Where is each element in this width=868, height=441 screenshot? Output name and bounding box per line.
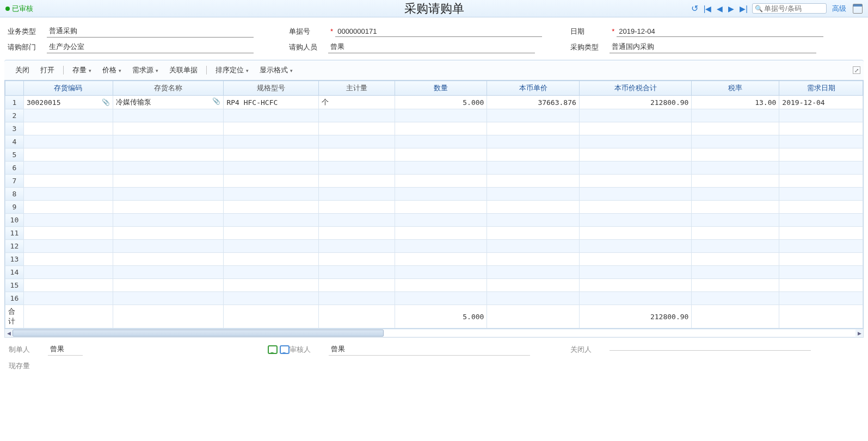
value-person[interactable]: 曾果 — [328, 41, 535, 53]
search-box[interactable]: 🔍 — [752, 3, 827, 14]
next-icon[interactable]: ▶ — [727, 3, 735, 14]
grid: 存货编码 存货名称 规格型号 主计量 数量 本币单价 本币价税合计 税率 需求日… — [4, 80, 864, 329]
advanced-link[interactable]: 高级 — [832, 4, 846, 14]
table-row[interactable]: 2 — [5, 109, 863, 122]
scroll-left-icon[interactable]: ◀ — [5, 329, 13, 337]
expand-icon[interactable]: ⤢ — [853, 66, 860, 74]
value-dept[interactable]: 生产办公室 — [47, 41, 254, 53]
col-qty[interactable]: 数量 — [395, 81, 487, 96]
value-biz-type[interactable]: 普通采购 — [47, 25, 254, 38]
field-closer: 关闭人 — [570, 343, 859, 356]
table-row[interactable]: 10 — [5, 214, 863, 227]
price-button[interactable]: 价格 — [97, 64, 127, 77]
table-row[interactable]: 3 — [5, 122, 863, 135]
col-rownum[interactable] — [5, 81, 24, 96]
form-area: 业务类型 普通采购 单据号 * 0000000171 日期 * 2019-12-… — [0, 17, 868, 58]
first-icon[interactable]: |◀ — [703, 3, 713, 14]
table-row[interactable]: 5 — [5, 148, 863, 162]
cell-code[interactable]: 30020015📎 — [23, 96, 113, 109]
comment-blue-icon[interactable] — [280, 345, 290, 354]
sort-button[interactable]: 排序定位 — [210, 64, 254, 77]
scroll-right-icon[interactable]: ▶ — [855, 329, 863, 337]
col-name[interactable]: 存货名称 — [113, 81, 224, 96]
total-qty: 5.000 — [395, 305, 487, 328]
last-icon[interactable]: ▶| — [738, 3, 749, 14]
table-row[interactable]: 8 — [5, 188, 863, 201]
col-amount[interactable]: 本币价税合计 — [579, 81, 692, 96]
table-row[interactable]: 13 — [5, 253, 863, 266]
label-closer: 关闭人 — [570, 345, 610, 355]
field-dept: 请购部门 生产办公室 — [8, 41, 289, 53]
label-person: 请购人员 — [289, 42, 328, 52]
col-tax[interactable]: 税率 — [692, 81, 779, 96]
display-button[interactable]: 显示格式 — [254, 64, 298, 77]
cell-uom[interactable]: 个 — [319, 96, 395, 109]
table-row[interactable]: 14 — [5, 266, 863, 279]
col-need[interactable]: 需求日期 — [779, 81, 863, 96]
cell-name[interactable]: 冷媒传输泵📎 — [113, 96, 224, 109]
field-biz-type: 业务类型 普通采购 — [8, 25, 289, 38]
page-title: 采购请购单 — [404, 1, 464, 17]
field-person: 请购人员 曾果 — [289, 41, 570, 53]
table-row[interactable]: 6 — [5, 162, 863, 175]
col-price[interactable]: 本币单价 — [487, 81, 579, 96]
label-dept: 请购部门 — [8, 42, 47, 52]
stock-button[interactable]: 存量 — [67, 64, 97, 77]
prev-icon[interactable]: ◀ — [716, 3, 724, 14]
table-row[interactable]: 4 — [5, 135, 863, 148]
top-bar: 已审核 采购请购单 ↺ |◀ ◀ ▶ ▶| 🔍 高级 — [0, 0, 868, 17]
comment-green-icon[interactable] — [268, 345, 278, 354]
close-button[interactable]: 关闭 — [10, 64, 35, 77]
related-button[interactable]: 关联单据 — [164, 64, 203, 77]
label-biz-type: 业务类型 — [8, 27, 47, 36]
field-ptype: 采购类型 普通国内采购 — [570, 41, 860, 53]
cell-need[interactable]: 2019-12-04 — [779, 96, 863, 109]
status-dot-icon — [5, 7, 10, 11]
cell-tax[interactable]: 13.00 — [692, 96, 779, 109]
scrollbar-thumb[interactable] — [13, 330, 384, 337]
label-stock: 现存量 — [9, 361, 48, 371]
grid-toolbar: 关闭 打开 存量 价格 需求源 关联单据 排序定位 显示格式 ⤢ — [4, 60, 864, 80]
table-row[interactable]: 9 — [5, 201, 863, 214]
refresh-icon[interactable]: ↺ — [690, 2, 699, 15]
label-doc-no: 单据号 — [289, 27, 328, 36]
cell-amount[interactable]: 212800.90 — [579, 96, 692, 109]
attachment-icon[interactable]: 📎 — [102, 98, 110, 106]
field-auditor: 审核人 曾果 — [290, 343, 570, 356]
cell-price[interactable]: 37663.876 — [487, 96, 579, 109]
field-maker: 制单人 曾果 — [9, 343, 290, 356]
table-row[interactable]: 15 — [5, 279, 863, 292]
calendar-icon[interactable] — [853, 4, 863, 14]
table-row[interactable]: 12 — [5, 240, 863, 253]
table-row[interactable]: 7 — [5, 175, 863, 188]
value-doc-no[interactable]: 0000000171 — [335, 26, 542, 37]
value-date[interactable]: 2019-12-04 — [617, 26, 823, 37]
attachment-icon[interactable]: 📎 — [212, 97, 220, 105]
separator — [206, 66, 207, 74]
source-button[interactable]: 需求源 — [127, 64, 164, 77]
field-stock: 现存量 — [9, 361, 290, 371]
total-row: 合计 5.000 212800.90 — [5, 305, 863, 328]
top-right-controls: ↺ |◀ ◀ ▶ ▶| 🔍 高级 — [690, 2, 863, 15]
search-input[interactable] — [764, 4, 824, 13]
required-star: * — [612, 27, 614, 35]
separator — [63, 66, 64, 74]
status-badge: 已审核 — [5, 4, 33, 14]
col-code[interactable]: 存货编码 — [23, 81, 113, 96]
table-row[interactable]: 11 — [5, 227, 863, 240]
table-row[interactable]: 16 — [5, 292, 863, 305]
required-star: * — [330, 27, 333, 35]
value-ptype[interactable]: 普通国内采购 — [610, 41, 816, 53]
grid-body: 1 30020015📎 冷媒传输泵📎 RP4 HFC-HCFC 个 5.000 … — [5, 96, 863, 328]
label-maker: 制单人 — [9, 345, 48, 355]
cell-qty[interactable]: 5.000 — [395, 96, 487, 109]
value-closer[interactable] — [610, 348, 811, 351]
col-spec[interactable]: 规格型号 — [224, 81, 319, 96]
table-row[interactable]: 1 30020015📎 冷媒传输泵📎 RP4 HFC-HCFC 个 5.000 … — [5, 96, 863, 109]
open-button[interactable]: 打开 — [35, 64, 60, 77]
col-uom[interactable]: 主计量 — [319, 81, 395, 96]
horizontal-scrollbar[interactable]: ◀ ▶ — [4, 329, 864, 338]
value-auditor[interactable]: 曾果 — [329, 343, 530, 356]
value-maker[interactable]: 曾果 — [48, 343, 83, 356]
cell-spec[interactable]: RP4 HFC-HCFC — [224, 96, 319, 109]
